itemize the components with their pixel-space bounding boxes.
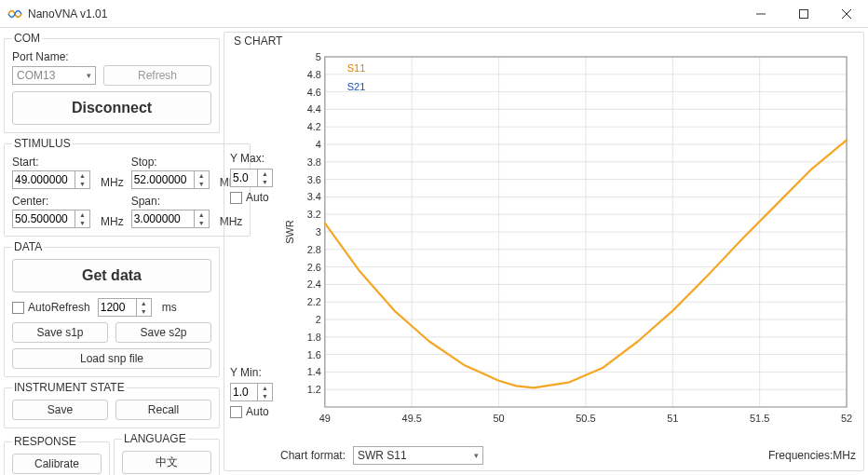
svg-text:SWR: SWR — [284, 220, 295, 244]
chart-format-label: Chart format: — [280, 449, 346, 462]
svg-text:1.6: 1.6 — [307, 349, 321, 360]
save-state-button[interactable]: Save — [12, 400, 108, 420]
chart-format-value: SWR S11 — [358, 449, 407, 462]
calibrate-button[interactable]: Calibrate — [12, 454, 102, 474]
save-s1p-button[interactable]: Save s1p — [12, 322, 108, 343]
span-label: Span: — [131, 195, 210, 208]
start-input[interactable]: ▲▼ — [12, 170, 90, 189]
svg-text:1.2: 1.2 — [307, 384, 321, 395]
svg-text:4.8: 4.8 — [307, 69, 321, 80]
instrument-group: INSTRUMENT STATE Save Recall — [4, 381, 220, 428]
checkbox-icon — [230, 406, 242, 418]
ymax-label: Y Max: — [230, 152, 278, 165]
language-legend: LANGUAGE — [122, 432, 188, 445]
auto-label: Auto — [246, 405, 269, 418]
checkbox-icon — [230, 192, 242, 204]
svg-text:50.5: 50.5 — [576, 413, 595, 424]
autorefresh-value-input[interactable]: ▲▼ — [98, 298, 152, 317]
port-value: COM13 — [17, 69, 55, 82]
spinner-icon[interactable]: ▲▼ — [137, 298, 152, 317]
svg-text:4.4: 4.4 — [307, 103, 321, 115]
data-legend: DATA — [12, 240, 44, 253]
svg-text:51: 51 — [667, 413, 678, 424]
chevron-down-icon: ▾ — [87, 71, 91, 80]
app-icon — [7, 7, 22, 21]
stop-label: Stop: — [131, 156, 210, 169]
ymax-controls: Y Max: ▲▼ Auto — [230, 152, 278, 204]
data-group: DATA Get data AutoRefresh ▲▼ ms Save s1p… — [4, 240, 220, 377]
svg-text:2: 2 — [316, 314, 321, 325]
language-group: LANGUAGE 中文 — [114, 432, 220, 475]
minimize-button[interactable] — [739, 0, 782, 28]
ymax-input[interactable]: ▲▼ — [230, 169, 278, 187]
ymax-auto-checkbox[interactable]: Auto — [230, 191, 278, 204]
autorefresh-checkbox[interactable]: AutoRefresh — [12, 301, 90, 314]
maximize-button[interactable] — [782, 0, 825, 28]
ymin-controls: Y Min: ▲▼ Auto — [230, 366, 278, 418]
svg-text:1.4: 1.4 — [307, 366, 321, 377]
svg-text:5: 5 — [316, 51, 321, 62]
ymin-auto-checkbox[interactable]: Auto — [230, 405, 278, 418]
ymin-label: Y Min: — [230, 366, 278, 379]
center-input[interactable]: ▲▼ — [12, 210, 90, 228]
language-button[interactable]: 中文 — [122, 451, 211, 474]
response-legend: RESPONSE — [12, 435, 78, 448]
svg-text:4.2: 4.2 — [307, 121, 321, 132]
svg-text:2.6: 2.6 — [307, 262, 321, 273]
disconnect-button[interactable]: Disconnect — [12, 91, 211, 125]
svg-text:2.2: 2.2 — [307, 296, 321, 307]
svg-text:51.5: 51.5 — [750, 413, 769, 424]
svg-text:50: 50 — [493, 413, 504, 424]
auto-label: Auto — [246, 191, 269, 204]
refresh-button[interactable]: Refresh — [103, 65, 211, 86]
chevron-down-icon: ▾ — [474, 451, 479, 460]
checkbox-icon — [12, 302, 24, 314]
spinner-icon[interactable]: ▲▼ — [75, 170, 90, 189]
frequencies-label: Frequencies:MHz — [768, 449, 856, 462]
stimulus-group: STIMULUS Start: ▲▼ MHz Stop: ▲▼ — [4, 137, 251, 237]
port-select[interactable]: COM13 ▾ — [12, 66, 96, 85]
svg-text:49: 49 — [319, 413, 331, 424]
svg-text:4.6: 4.6 — [307, 87, 321, 98]
autorefresh-label: AutoRefresh — [28, 301, 90, 314]
get-data-button[interactable]: Get data — [12, 259, 211, 292]
chart-panel-title: S CHART — [232, 34, 284, 48]
svg-text:3.4: 3.4 — [307, 191, 321, 202]
svg-text:2.8: 2.8 — [307, 244, 321, 255]
svg-text:3.2: 3.2 — [307, 209, 321, 220]
unit-label: MHz — [101, 215, 124, 228]
ms-label: ms — [162, 301, 177, 314]
svg-text:49.5: 49.5 — [402, 413, 422, 424]
close-button[interactable] — [825, 0, 868, 28]
load-snp-button[interactable]: Load snp file — [12, 348, 211, 369]
recall-state-button[interactable]: Recall — [115, 400, 211, 420]
window-title: NanoVNA v1.01 — [28, 7, 739, 20]
com-legend: COM — [12, 32, 42, 45]
svg-text:3.6: 3.6 — [307, 174, 321, 185]
titlebar: NanoVNA v1.01 — [0, 0, 868, 28]
span-input[interactable]: ▲▼ — [131, 210, 210, 228]
spinner-icon[interactable]: ▲▼ — [258, 169, 273, 187]
instrument-legend: INSTRUMENT STATE — [12, 381, 127, 394]
svg-text:52: 52 — [841, 413, 852, 424]
ymin-input[interactable]: ▲▼ — [230, 383, 278, 401]
start-label: Start: — [12, 156, 90, 169]
port-label: Port Name: — [12, 50, 211, 63]
svg-text:3: 3 — [316, 226, 321, 238]
svg-text:4: 4 — [316, 139, 321, 150]
com-group: COM Port Name: COM13 ▾ Refresh Disconnec… — [4, 32, 220, 133]
svg-text:2.4: 2.4 — [307, 278, 321, 290]
svg-text:1.8: 1.8 — [307, 332, 321, 343]
spinner-icon[interactable]: ▲▼ — [258, 383, 273, 401]
spinner-icon[interactable]: ▲▼ — [75, 210, 90, 228]
stop-input[interactable]: ▲▼ — [131, 170, 210, 189]
chart-area: 1.21.41.61.822.22.42.62.833.23.43.63.844… — [280, 51, 856, 433]
unit-label: MHz — [101, 176, 124, 189]
chart-panel-container: S CHART Y Max: ▲▼ Auto Y Min: ▲▼ — [224, 32, 864, 471]
save-s2p-button[interactable]: Save s2p — [115, 322, 211, 343]
spinner-icon[interactable]: ▲▼ — [195, 170, 210, 189]
svg-text:3.8: 3.8 — [307, 156, 321, 168]
svg-text:S11: S11 — [347, 62, 365, 74]
chart-format-select[interactable]: SWR S11 ▾ — [353, 446, 483, 465]
spinner-icon[interactable]: ▲▼ — [195, 210, 210, 228]
